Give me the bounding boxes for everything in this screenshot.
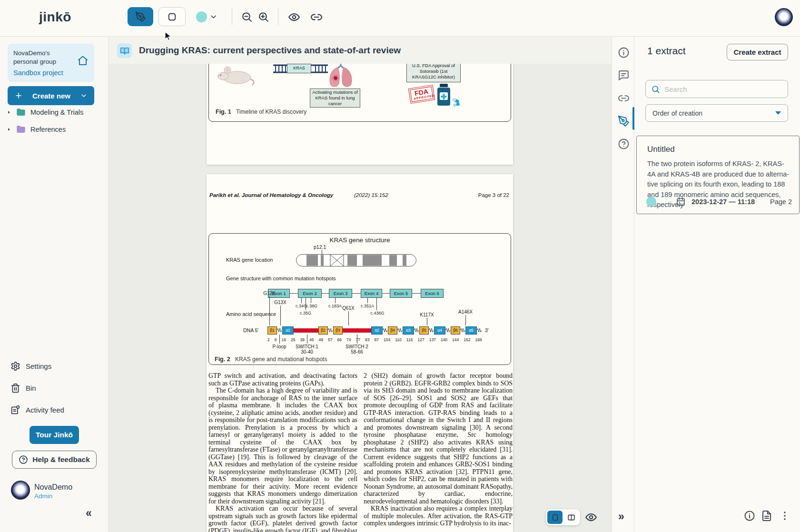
sidebar-item-settings[interactable]: Settings bbox=[10, 361, 51, 371]
project-link[interactable]: Sandbox project bbox=[13, 69, 89, 77]
info-icon[interactable] bbox=[744, 510, 755, 522]
rectangle-tool-button[interactable] bbox=[158, 7, 186, 26]
split-view-button[interactable] bbox=[563, 511, 579, 524]
figure-1-caption-text: Timeline of KRAS discovery bbox=[236, 108, 306, 115]
zoom-in-icon[interactable] bbox=[257, 11, 269, 23]
pen-tool-button[interactable] bbox=[128, 7, 153, 26]
sidebar-item-modeling-trials[interactable]: Modeling & Trials bbox=[0, 106, 109, 118]
mutation-tick bbox=[335, 298, 336, 303]
switch1-line bbox=[307, 335, 307, 344]
user-avatar[interactable] bbox=[11, 481, 30, 500]
paragraph: KRAS activation can occur because of sev… bbox=[208, 505, 357, 532]
alpha-helix: α1 bbox=[282, 326, 294, 335]
exon-box: Exon 5 bbox=[390, 289, 412, 298]
preview-eye-icon[interactable] bbox=[288, 11, 300, 23]
create-new-label: Create new bbox=[29, 92, 74, 100]
mouse-cursor bbox=[165, 31, 173, 42]
zoom-out-icon[interactable] bbox=[241, 11, 253, 23]
hotspot-label: A146X bbox=[455, 309, 476, 315]
pdf-page-2: KRAS Activating mutations of KRAS found … bbox=[207, 61, 513, 165]
residue-number: 9 bbox=[275, 337, 277, 342]
residue-number: 49 bbox=[319, 337, 323, 342]
document-title-bar: Drugging KRAS: current perspectives and … bbox=[109, 37, 612, 64]
beta-strand: β3 bbox=[333, 326, 343, 335]
single-page-view-button[interactable] bbox=[547, 511, 563, 524]
create-extract-button[interactable]: Create extract bbox=[727, 44, 788, 60]
caret-right-icon[interactable] bbox=[7, 110, 11, 115]
comments-icon[interactable] bbox=[618, 69, 630, 81]
help-circle-icon[interactable] bbox=[618, 138, 630, 150]
user-avatar[interactable] bbox=[775, 8, 793, 26]
journal-issue: (2022) 15:152 bbox=[354, 192, 388, 198]
chromosome-ideogram bbox=[296, 254, 416, 266]
caret-right-icon[interactable] bbox=[7, 127, 11, 132]
paragraph: The C-domain has a high degree of variab… bbox=[208, 387, 357, 505]
toolbar-divider bbox=[232, 8, 232, 25]
color-swatch[interactable] bbox=[196, 11, 207, 22]
preview-eye-icon[interactable] bbox=[585, 511, 597, 523]
info-icon[interactable] bbox=[618, 47, 630, 59]
switch2-label: SWITCH 2 bbox=[340, 344, 374, 349]
loop bbox=[383, 327, 388, 334]
swatch-chevron-down-icon[interactable] bbox=[209, 13, 217, 21]
switch1-range: 30-40 bbox=[290, 349, 324, 355]
alpha-helix: α2 bbox=[371, 326, 383, 335]
loop bbox=[328, 327, 333, 334]
figure-2-box: KRAS gene structure p12.1 bbox=[208, 233, 511, 365]
pdf-page-3: Parikh et al. Journal of Hematology & On… bbox=[207, 174, 513, 532]
exon-box: Exon 6 bbox=[421, 289, 444, 298]
extracts-pen-icon[interactable] bbox=[618, 115, 630, 127]
links-icon[interactable] bbox=[618, 92, 630, 104]
extract-card[interactable]: Untitled The two protein isoforms of KRA… bbox=[636, 136, 800, 214]
toolbar-divider bbox=[278, 8, 278, 25]
document-viewer: KRAS Activating mutations of KRAS found … bbox=[109, 64, 612, 532]
mutation-tick bbox=[367, 298, 368, 303]
link-icon[interactable] bbox=[310, 11, 323, 23]
sidebar-item-label: References bbox=[30, 126, 66, 133]
lungs-illustration bbox=[328, 61, 354, 89]
structure-label: Gene structure with common mutation hots… bbox=[226, 276, 336, 281]
extract-title: Untitled bbox=[647, 145, 675, 154]
jinko-app: KRAS Activating mutations of KRAS found … bbox=[0, 0, 800, 532]
exon-box: Exon 3 bbox=[329, 289, 352, 298]
sidebar-item-bin[interactable]: Bin bbox=[10, 383, 36, 393]
help-label: Help & feedback bbox=[32, 455, 90, 464]
settings-label: Settings bbox=[26, 362, 51, 370]
residue-number: 46 bbox=[309, 337, 314, 342]
ploop-line bbox=[279, 335, 280, 344]
folder-icon bbox=[16, 107, 26, 118]
hotspot-label: Q61X bbox=[338, 305, 359, 311]
extract-search[interactable] bbox=[645, 80, 788, 98]
residue-number: 83 bbox=[365, 337, 369, 342]
fda-approved-stamp: FDA APPROVED bbox=[408, 85, 435, 104]
hotspot-line bbox=[465, 315, 466, 325]
switch-region bbox=[294, 328, 318, 333]
search-input[interactable] bbox=[664, 85, 774, 93]
hotspot-label: G13X bbox=[270, 300, 291, 305]
more-vertical-icon[interactable] bbox=[779, 510, 790, 522]
tour-jinko-button[interactable]: Tour Jinkō bbox=[30, 426, 79, 444]
sidebar-item-activity-feed[interactable]: Activity feed bbox=[10, 405, 64, 415]
split-view-icon bbox=[567, 513, 576, 522]
mutation-label: c.436G bbox=[368, 311, 387, 315]
mutation-label: c.35G bbox=[296, 311, 315, 315]
extract-date: 2023-12-27 — 11:18 bbox=[691, 198, 755, 206]
exon-box: Exon 4 bbox=[361, 289, 382, 298]
switch2-range: 58-66 bbox=[340, 349, 374, 355]
activity-feed-icon bbox=[10, 405, 20, 415]
create-new-button[interactable]: Create new bbox=[8, 86, 94, 105]
residue-number: 152 bbox=[464, 337, 470, 342]
sort-dropdown[interactable]: Order of creation bbox=[645, 104, 788, 122]
residue-number: 87 bbox=[375, 337, 379, 342]
loop bbox=[477, 327, 482, 334]
document-icon[interactable] bbox=[761, 510, 772, 522]
expand-panel-button[interactable]: » bbox=[618, 510, 624, 523]
paragraph: KRAS inactivation also requires a comple… bbox=[364, 505, 513, 527]
help-feedback-button[interactable]: Help & feedback bbox=[12, 451, 97, 469]
home-icon[interactable] bbox=[77, 55, 89, 67]
app-logo: jinkō bbox=[39, 10, 71, 25]
sidebar-item-references[interactable]: References bbox=[0, 123, 109, 136]
project-card[interactable]: NovaDemo's personal group Sandbox projec… bbox=[8, 44, 94, 82]
collapse-sidebar-button[interactable]: « bbox=[86, 507, 92, 520]
residue-number: 25 bbox=[291, 337, 295, 342]
